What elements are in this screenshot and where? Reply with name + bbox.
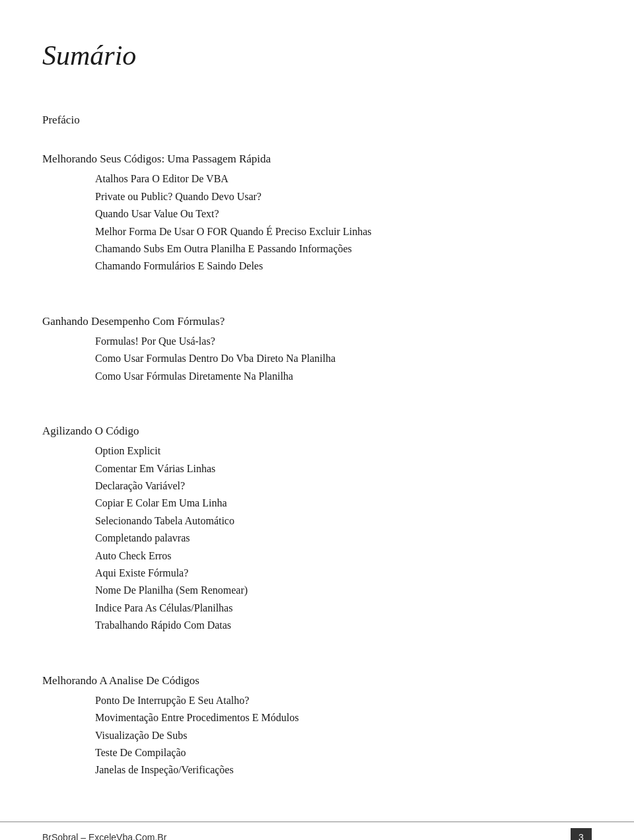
toc-item-melhorando-codigos: Melhorando Seus Códigos: Uma Passagem Rá… [42,150,592,168]
toc-item-como-usar-vba: Como Usar Formulas Dentro Do Vba Direto … [95,350,592,367]
toc-item-chamando-subs: Chamando Subs Em Outra Planilha E Passan… [95,240,592,258]
toc-section-melhorando-analise: Melhorando A Analise De Códigos Ponto De… [42,672,592,779]
toc-item-janelas-inspecao: Janelas de Inspeção/Verificações [95,761,592,779]
toc-item-melhor-forma: Melhor Forma De Usar O FOR Quando É Prec… [95,223,592,240]
toc-item-atalhos: Atalhos Para O Editor De VBA [95,170,592,188]
toc-item-indice-celulas: Indice Para As Células/Planilhas [95,600,592,617]
toc-item-visualizacao-subs: Visualização De Subs [95,727,592,744]
toc-item-nome-planilha: Nome De Planilha (Sem Renomear) [95,582,592,599]
toc-item-comentar-linhas: Comentar Em Várias Linhas [95,460,592,477]
toc-item-private-public: Private ou Public? Quando Devo Usar? [95,188,592,205]
toc-item-aqui-existe: Aqui Existe Fórmula? [95,565,592,582]
footer-text: BrSobral – ExceleVba.Com.Br [42,832,166,840]
toc-item-como-usar-diretamente: Como Usar Fórmulas Diretamente Na Planil… [95,368,592,385]
toc-item-ganhando-desempenho: Ganhando Desempenho Com Fórmulas? [42,312,592,330]
toc-item-ponto-interrupcao: Ponto De Interrupção E Seu Atalho? [95,692,592,709]
toc-item-movimentacao: Movimentação Entre Procedimentos E Módul… [95,709,592,726]
toc-item-copiar-colar: Copiar E Colar Em Uma Linha [95,495,592,512]
toc-item-trabalhando-datas: Trabalhando Rápido Com Datas [95,617,592,634]
toc-item-prefacio: Prefácio [42,111,592,129]
toc-item-teste-compilacao: Teste De Compilação [95,744,592,761]
toc-item-completando-palavras: Completando palavras [95,530,592,547]
toc-item-value-text: Quando Usar Value Ou Text? [95,205,592,223]
toc-section-ganhando: Ganhando Desempenho Com Fórmulas? Formul… [42,312,592,385]
page-container: Sumário Prefácio Melhorando Seus Códigos… [0,0,634,840]
toc-section-prefacio: Prefácio [42,111,592,129]
toc-item-option-explicit: Option Explicit [95,442,592,460]
toc-item-chamando-formularios: Chamando Formulários E Saindo Deles [95,258,592,275]
toc-item-auto-check: Auto Check Erros [95,547,592,565]
toc-item-declaracao-variavel: Declaração Variável? [95,477,592,495]
footer-page-number: 3 [571,828,592,840]
toc-item-formulas: Formulas! Por Que Usá-las? [95,333,592,350]
footer: BrSobral – ExceleVba.Com.Br 3 [0,822,634,840]
toc-section-melhorando: Melhorando Seus Códigos: Uma Passagem Rá… [42,150,592,275]
toc-section-agilizando: Agilizando O Código Option Explicit Come… [42,422,592,634]
toc-item-selecionando-tabela: Selecionando Tabela Automático [95,512,592,530]
toc-item-melhorando-analise: Melhorando A Analise De Códigos [42,672,592,689]
page-title: Sumário [42,40,592,71]
toc-item-agilizando: Agilizando O Código [42,422,592,440]
